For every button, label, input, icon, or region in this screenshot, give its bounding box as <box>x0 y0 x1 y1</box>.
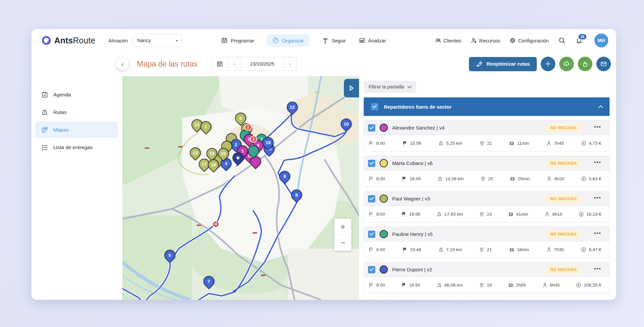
date-value[interactable]: 23/10/2025 <box>241 57 283 71</box>
lock-button[interactable] <box>578 57 592 71</box>
gauge-icon <box>272 37 279 44</box>
van-icon <box>509 247 515 252</box>
section-header[interactable]: Repartidores fuera de sector <box>364 97 610 116</box>
finish-flag-icon <box>401 211 407 217</box>
export-button[interactable] <box>559 57 574 71</box>
stat-cost: 5,63 € <box>581 176 601 182</box>
zoom-out-button[interactable]: − <box>334 235 351 251</box>
row-menu-button[interactable]: ••• <box>594 195 601 200</box>
row-menu-button[interactable]: ••• <box>594 159 601 165</box>
stat-start-time: 8:00 <box>368 282 385 288</box>
expand-panel-button[interactable] <box>344 79 359 97</box>
sidebar-item-lista-de-entregas[interactable]: Lista de entregas <box>35 139 118 156</box>
notifications-button[interactable]: 35 <box>575 36 583 44</box>
stat-end-time: 15:56 <box>402 140 421 146</box>
road-icon <box>437 176 443 182</box>
stat-drive-time: 2h05 <box>508 282 526 288</box>
menu-label: Configuración <box>518 38 549 43</box>
marker-label: 13 <box>191 148 200 158</box>
warehouse-select[interactable]: Nancy ▾ <box>132 34 182 47</box>
sidebar-item-agenda[interactable]: Agenda <box>35 86 118 103</box>
driver-header-row[interactable]: Pauline Henry | v5 NO INICIADA ••• <box>364 227 609 242</box>
start-flag-icon <box>368 211 374 217</box>
mail-icon <box>600 60 607 68</box>
menu-clientes[interactable]: Clientes <box>435 34 461 47</box>
add-route-button[interactable] <box>541 57 555 71</box>
stat-stops: 23 <box>479 211 492 217</box>
road-icon <box>437 282 442 288</box>
download-circle-icon <box>576 282 581 288</box>
stat-drive-time: 29min <box>510 176 530 182</box>
driver-checkbox[interactable] <box>368 160 375 167</box>
section-checkbox[interactable] <box>371 103 378 110</box>
menu-label: Programar <box>231 38 254 43</box>
row-menu-button[interactable]: ••• <box>594 266 601 271</box>
driver-checkbox[interactable] <box>368 266 375 273</box>
start-flag-icon <box>368 282 374 288</box>
button-label: Reoptimizar rutas <box>486 61 530 67</box>
menu-organizar[interactable]: Organizar <box>267 34 309 47</box>
driver-header-row[interactable]: Marta Cubarsi | v6 NO INICIADA ••• <box>364 156 609 171</box>
routes-map[interactable]: 1218☰13192017187☰91121210219154985722H +… <box>122 76 359 300</box>
driver-header-row[interactable]: Alexandre Sanchez | v4 NO INICIADA ••• <box>364 121 609 135</box>
prev-day-button[interactable]: ‹ <box>228 57 241 71</box>
marker-label: 12 <box>287 102 297 112</box>
menu-analizar[interactable]: Analizar <box>359 34 386 47</box>
antsroute-logo[interactable]: AntsRoute <box>41 35 95 45</box>
menu-seguir[interactable]: Seguir <box>322 34 346 47</box>
map-marker[interactable]: H <box>212 221 219 228</box>
signpost-icon <box>322 37 329 44</box>
person-icon <box>544 211 550 217</box>
menu-recursos[interactable]: Recursos <box>471 34 500 47</box>
search-button[interactable] <box>558 36 566 44</box>
mail-button[interactable] <box>596 57 611 71</box>
map-marker[interactable]: 2 <box>245 124 252 131</box>
people-icon <box>435 37 441 44</box>
stat-drive-time: 18min <box>509 247 529 252</box>
page-title: Mapa de las rutas <box>137 60 198 69</box>
user-avatar[interactable]: MH <box>594 33 608 47</box>
map-marker[interactable]: 2 <box>250 136 257 143</box>
finish-flag-icon <box>402 140 408 146</box>
driver-stats-row: 8:00 15:48 7,19 km 21 18min 7h30 6,47 € <box>364 242 609 257</box>
sidebar-item-rutas[interactable]: Rutas <box>35 104 118 121</box>
chevron-up-icon[interactable] <box>598 105 603 110</box>
menu-label: Analizar <box>368 38 386 43</box>
download-circle-icon <box>581 140 586 146</box>
menu-configuracion[interactable]: Configuración <box>509 34 549 47</box>
road-icon <box>438 140 444 146</box>
driver-name: Paul Wagner | v3 <box>392 196 430 201</box>
sidebar: Agenda Rutas Mapas Lista de entregas <box>31 52 122 300</box>
van-icon <box>508 211 514 217</box>
driver-header-row[interactable]: Pierre Dupont | v2 NO INICIADA ••• <box>364 262 609 277</box>
zoom-in-button[interactable]: + <box>334 219 351 235</box>
road-icon <box>41 109 48 116</box>
calendar-button[interactable] <box>212 57 228 71</box>
stat-end-time: 16:50 <box>401 282 420 288</box>
driver-stats-row: 8:00 16:56 17,93 km 23 41min 8h15 16,13 … <box>364 206 609 222</box>
driver-checkbox[interactable] <box>368 195 375 202</box>
map-canvas <box>122 76 359 300</box>
filter-screen-dropdown[interactable]: Filtrar la pantalla <box>364 81 416 93</box>
row-menu-button[interactable]: ••• <box>594 230 601 236</box>
row-menu-button[interactable]: ••• <box>594 124 601 130</box>
driver-checkbox[interactable] <box>368 231 375 238</box>
marker-label: 5 <box>165 250 175 260</box>
driver-header-row[interactable]: Paul Wagner | v3 NO INICIADA ••• <box>364 191 609 206</box>
chart-icon <box>359 37 365 44</box>
driver-color-dot <box>380 124 388 132</box>
menu-programar[interactable]: Programar <box>221 34 254 47</box>
van-icon <box>509 140 515 146</box>
reoptimize-routes-button[interactable]: Reoptimizar rutas <box>469 57 537 71</box>
marker-label: 7 <box>204 277 213 286</box>
marker-label: 20 <box>219 149 228 158</box>
sidebar-item-mapas[interactable]: Mapas <box>35 122 118 138</box>
next-day-button[interactable]: › <box>283 57 297 71</box>
driver-checkbox[interactable] <box>368 124 375 132</box>
pin-icon <box>479 247 484 252</box>
stat-start-time: 8:00 <box>368 247 385 252</box>
status-badge: NO INICIADA <box>546 194 581 203</box>
road-icon <box>437 211 442 217</box>
marker-label: 19 <box>263 138 273 147</box>
collapse-sidebar-button[interactable]: ‹ <box>116 58 129 70</box>
